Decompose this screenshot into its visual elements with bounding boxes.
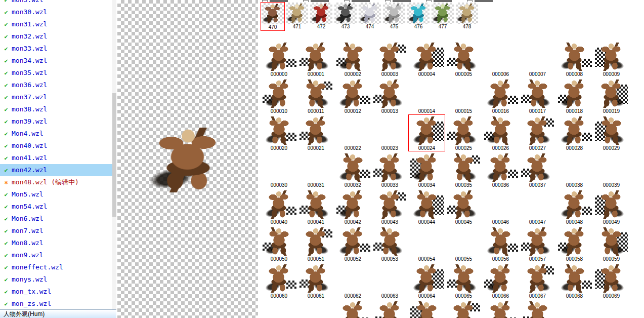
sprite-cell[interactable]: 000019 (593, 77, 630, 114)
monster-thumbnail[interactable]: 476 (406, 2, 431, 31)
sprite-cell[interactable]: 000002 (334, 41, 371, 77)
sprite-cell[interactable]: 000060 (261, 262, 297, 299)
file-item[interactable]: ✔ Mon8.wzl (0, 237, 112, 249)
file-item[interactable]: ✔ Mon6.wzl (0, 213, 112, 225)
sprite-cell[interactable] (371, 299, 408, 318)
file-item[interactable]: ✔ mon42.wzl (0, 164, 112, 176)
file-item[interactable]: ✔ mon33.wzl (0, 43, 112, 55)
sprite-cell[interactable]: 000007 (519, 41, 556, 77)
sprite-cell[interactable]: 000042 (334, 188, 371, 225)
sprite-cell[interactable]: 000022 (334, 114, 371, 151)
sprite-cell[interactable]: 000009 (593, 41, 630, 77)
file-item[interactable]: ✔ mon36.wzl (0, 79, 112, 91)
sprite-cell[interactable] (593, 299, 630, 318)
sprite-cell[interactable]: 000017 (519, 77, 556, 114)
sprite-cell[interactable]: 000021 (297, 114, 334, 151)
sprite-cell[interactable]: 000010 (261, 77, 297, 114)
file-item[interactable]: ✔ mon54.wzl (0, 201, 112, 213)
section-hum-bar[interactable]: 人物外观(Hum) (0, 309, 116, 318)
monster-thumbnail[interactable]: 475 (382, 2, 406, 31)
file-item[interactable]: ✔ mon_tx.wzl (0, 286, 112, 298)
sprite-cell[interactable]: 000049 (593, 188, 630, 225)
sprite-cell[interactable]: 000030 (261, 151, 297, 188)
sprite-cell[interactable]: 000029 (593, 114, 630, 151)
sprite-cell[interactable]: 000000 (261, 41, 297, 77)
sprite-cell[interactable]: 000035 (445, 151, 482, 188)
sprite-cell[interactable]: 000025 (445, 114, 482, 151)
sprite-cell[interactable]: 000038 (556, 151, 593, 188)
sprite-cell[interactable]: 000003 (371, 41, 408, 77)
sprite-cell[interactable]: 000011 (297, 77, 334, 114)
sprite-cell[interactable] (482, 299, 519, 318)
sprite-cell[interactable]: 000026 (482, 114, 519, 151)
sprite-cell[interactable]: 000024 (408, 114, 445, 151)
sprite-cell[interactable]: 000069 (593, 262, 630, 299)
file-item[interactable]: ✔ Mon4.wzl (0, 128, 112, 140)
sprite-cell[interactable]: 000015 (445, 77, 482, 114)
sprite-cell[interactable]: 000012 (334, 77, 371, 114)
sprite-cell[interactable]: 000061 (297, 262, 334, 299)
preview-canvas[interactable] (117, 0, 258, 318)
sprite-cell[interactable] (519, 299, 556, 318)
sprite-cell[interactable]: 000018 (556, 77, 593, 114)
sprite-cell[interactable]: 000048 (556, 188, 593, 225)
monster-thumbnail[interactable]: 478 (455, 2, 479, 31)
sprite-cell[interactable]: 000055 (445, 225, 482, 262)
file-item[interactable]: ✔ mon30.wzl (0, 6, 112, 18)
file-item[interactable]: ✔ Mon5.wzl (0, 188, 112, 201)
file-item[interactable]: ✔ mon32.wzl (0, 30, 112, 43)
sprite-cell[interactable]: 000064 (408, 262, 445, 299)
file-item[interactable]: ✔ mon9.wzl (0, 249, 112, 261)
sprite-cell[interactable]: 000005 (445, 41, 482, 77)
sprite-cell[interactable]: 000065 (445, 262, 482, 299)
sprite-cell[interactable]: 000054 (408, 225, 445, 262)
sprite-cell[interactable]: 000023 (371, 114, 408, 151)
sprite-cell[interactable] (556, 299, 593, 318)
sprite-cell[interactable]: 000008 (556, 41, 593, 77)
sprite-cell[interactable]: 000027 (519, 114, 556, 151)
sprite-cell[interactable]: 000037 (519, 151, 556, 188)
sprite-cell[interactable]: 000044 (408, 188, 445, 225)
sprite-cell[interactable]: 000039 (593, 151, 630, 188)
sprite-cell[interactable]: 000050 (261, 225, 297, 262)
sprite-cell[interactable]: 000053 (371, 225, 408, 262)
sprite-cell[interactable]: 000031 (297, 151, 334, 188)
file-item[interactable]: ✔ mon37.wzl (0, 91, 112, 103)
sprite-cell[interactable]: 000041 (297, 188, 334, 225)
sprite-cell[interactable]: 000056 (482, 225, 519, 262)
file-item[interactable]: ✔ moneffect.wzl (0, 261, 112, 273)
sprite-cell[interactable]: 000058 (556, 225, 593, 262)
sprite-cell[interactable]: 000057 (519, 225, 556, 262)
sprite-cell[interactable]: 000067 (519, 262, 556, 299)
file-item[interactable]: ✔ mon31.wzl (0, 18, 112, 30)
file-item[interactable]: ✔ mon39.wzl (0, 115, 112, 128)
file-item[interactable]: ✔ mon_zs.wzl (0, 298, 112, 310)
sprite-cell[interactable]: 000063 (371, 262, 408, 299)
sprite-cell[interactable] (297, 299, 334, 318)
file-item[interactable]: ✔ monys.wzl (0, 273, 112, 286)
sprite-cell[interactable]: 000068 (556, 262, 593, 299)
sprite-cell[interactable]: 000020 (261, 114, 297, 151)
file-item[interactable]: ✔ mon38.wzl (0, 103, 112, 115)
sprite-cell[interactable]: 000033 (371, 151, 408, 188)
sprite-cell[interactable]: 000046 (482, 188, 519, 225)
sprite-cell[interactable]: 000034 (408, 151, 445, 188)
monster-thumbnail[interactable]: 471 (285, 2, 309, 31)
sprite-cell[interactable]: 000004 (408, 41, 445, 77)
sprite-cell[interactable] (445, 299, 482, 318)
monster-thumbnail[interactable]: 470 (261, 2, 285, 31)
sprite-cell[interactable]: 000016 (482, 77, 519, 114)
scrollbar-thumb[interactable] (112, 93, 116, 217)
sprite-cell[interactable]: 000047 (519, 188, 556, 225)
file-item[interactable]: ✔ mon34.wzl (0, 55, 112, 67)
sprite-cell[interactable]: 000040 (261, 188, 297, 225)
sprite-cell[interactable]: 000066 (482, 262, 519, 299)
sprite-cell[interactable]: 000045 (445, 188, 482, 225)
sprite-cell[interactable]: 000062 (334, 262, 371, 299)
monster-thumbnail[interactable]: 477 (431, 2, 455, 31)
file-list-scrollbar[interactable] (112, 0, 116, 310)
sprite-cell[interactable]: 000028 (556, 114, 593, 151)
monster-thumbnail[interactable]: 472 (309, 2, 333, 31)
sprite-cell[interactable]: 000001 (297, 41, 334, 77)
sprite-cell[interactable]: 000006 (482, 41, 519, 77)
